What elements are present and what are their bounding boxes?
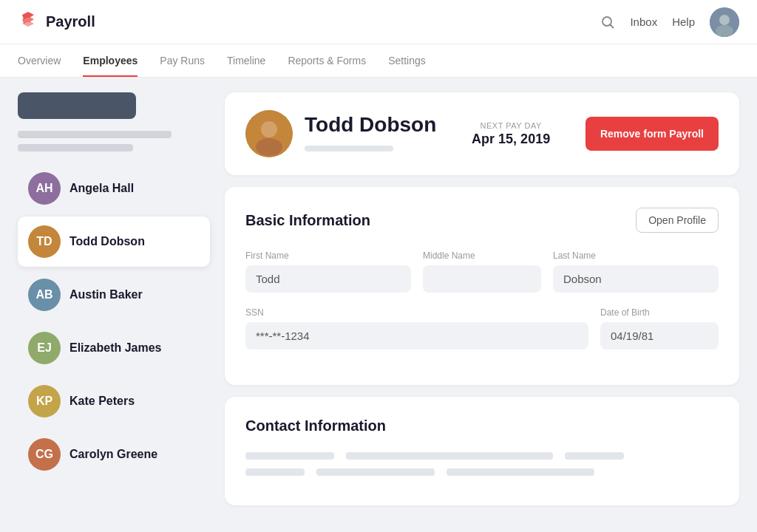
field-ssn: SSN (245, 307, 588, 349)
next-pay-date: Apr 15, 2019 (472, 132, 550, 147)
avatar-austin-baker: AB (28, 279, 61, 311)
basic-info-title: Basic Information (245, 212, 370, 229)
tab-reports-forms[interactable]: Reports & Forms (288, 44, 366, 77)
next-pay-label: NEXT PAY DAY (472, 121, 550, 130)
topbar-left: Payroll (18, 10, 95, 34)
basic-info-header: Basic Information Open Profile (245, 208, 719, 233)
open-profile-button[interactable]: Open Profile (636, 208, 719, 233)
avatar-elizabeth-james: EJ (28, 332, 61, 364)
contact-info-title: Contact Information (245, 417, 386, 434)
employee-item-angela-hall[interactable]: AH Angela Hall (18, 163, 210, 214)
emp-name-elizabeth-james: Elizabeth James (69, 341, 162, 355)
content-area: Todd Dobson NEXT PAY DAY Apr 15, 2019 Re… (225, 92, 739, 512)
app-logo[interactable] (18, 10, 38, 34)
profile-avatar (245, 110, 293, 157)
fields-row-ssn-dob: SSN Date of Birth (245, 307, 719, 349)
svg-point-4 (716, 25, 733, 37)
employee-item-elizabeth-james[interactable]: EJ Elizabeth James (18, 323, 210, 373)
emp-name-carolyn-greene: Carolyn Greene (69, 448, 157, 461)
avatar-carolyn-greene: CG (28, 438, 61, 471)
dob-input[interactable] (600, 322, 719, 349)
fields-row-name: First Name Middle Name Last Name (245, 250, 719, 293)
svg-point-7 (256, 138, 282, 156)
employee-item-kate-peters[interactable]: KP Kate Peters (18, 376, 210, 426)
employee-item-austin-baker[interactable]: AB Austin Baker (18, 270, 210, 320)
remove-from-payroll-button[interactable]: Remove form Payroll (585, 117, 719, 151)
tab-overview[interactable]: Overview (18, 44, 61, 77)
svg-point-6 (261, 121, 277, 137)
dob-label: Date of Birth (600, 307, 719, 318)
tab-pay-runs[interactable]: Pay Runs (160, 44, 205, 77)
employee-item-carolyn-greene[interactable]: CG Carolyn Greene (18, 429, 210, 480)
tab-timeline[interactable]: Timeline (227, 44, 265, 77)
sidebar-skeleton (18, 131, 210, 151)
app-title: Payroll (46, 13, 95, 30)
middle-name-input[interactable] (423, 265, 541, 293)
first-name-input[interactable] (245, 265, 411, 293)
sidebar: AH Angela Hall TD Todd Dobson AB Austin … (18, 92, 210, 512)
avatar-angela-hall: AH (28, 172, 61, 205)
tab-settings[interactable]: Settings (388, 44, 426, 77)
contact-info-section: Contact Information (225, 397, 739, 505)
field-dob: Date of Birth (600, 307, 719, 349)
middle-name-label: Middle Name (423, 250, 541, 261)
topbar-right: Inbox Help (600, 7, 739, 37)
field-last-name: Last Name (553, 250, 719, 293)
inbox-link[interactable]: Inbox (630, 16, 657, 28)
avatar-kate-peters: KP (28, 385, 61, 417)
profile-left: Todd Dobson (245, 110, 436, 157)
contact-info-header: Contact Information (245, 417, 719, 434)
svg-point-3 (719, 15, 730, 25)
emp-name-kate-peters: Kate Peters (69, 395, 135, 408)
topbar: Payroll Inbox Help (0, 0, 757, 44)
employee-item-todd-dobson[interactable]: TD Todd Dobson (18, 216, 210, 267)
emp-name-angela-hall: Angela Hall (69, 182, 134, 195)
profile-next-pay: NEXT PAY DAY Apr 15, 2019 (472, 121, 550, 147)
profile-sub (305, 141, 436, 154)
last-name-label: Last Name (553, 250, 719, 261)
contact-skeleton (245, 452, 719, 476)
help-link[interactable]: Help (672, 16, 695, 28)
profile-full-name: Todd Dobson (305, 113, 436, 137)
field-first-name: First Name (245, 250, 411, 293)
basic-info-section: Basic Information Open Profile First Nam… (225, 187, 739, 385)
sidebar-search-bar[interactable] (18, 92, 136, 119)
first-name-label: First Name (245, 250, 411, 261)
tab-employees[interactable]: Employees (83, 44, 138, 77)
user-avatar[interactable] (710, 7, 739, 37)
main-layout: AH Angela Hall TD Todd Dobson AB Austin … (0, 78, 757, 527)
search-button[interactable] (600, 15, 615, 30)
avatar-todd-dobson: TD (28, 225, 61, 258)
emp-name-austin-baker: Austin Baker (69, 288, 143, 301)
svg-line-1 (611, 24, 614, 27)
profile-info: Todd Dobson (305, 113, 436, 154)
employee-list: AH Angela Hall TD Todd Dobson AB Austin … (18, 163, 210, 480)
last-name-input[interactable] (553, 265, 719, 293)
nav-tabs: Overview Employees Pay Runs Timeline Rep… (0, 44, 757, 78)
ssn-label: SSN (245, 307, 588, 318)
field-middle-name: Middle Name (423, 250, 541, 293)
emp-name-todd-dobson: Todd Dobson (69, 235, 145, 248)
profile-card: Todd Dobson NEXT PAY DAY Apr 15, 2019 Re… (225, 92, 739, 175)
ssn-input[interactable] (245, 322, 588, 349)
